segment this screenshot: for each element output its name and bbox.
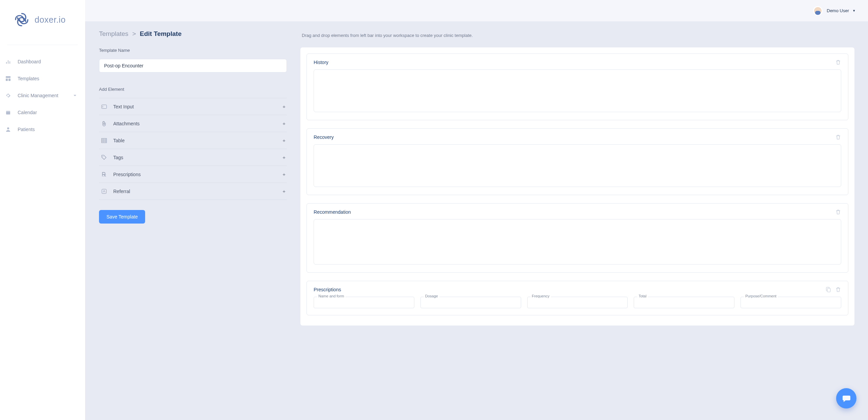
tag-icon	[101, 154, 107, 161]
card-history[interactable]: History	[307, 54, 848, 120]
delete-card-button[interactable]	[835, 59, 841, 65]
svg-rect-8	[102, 138, 107, 143]
card-recovery[interactable]: Recovery	[307, 128, 848, 195]
rx-total-field: Total	[634, 297, 734, 308]
svg-point-5	[7, 127, 9, 129]
topbar: Demo User ▾	[85, 0, 868, 21]
sidebar-divider	[7, 45, 78, 45]
bar-chart-icon	[5, 58, 12, 65]
paperclip-icon	[101, 121, 107, 127]
builder-panel: Templates > Edit Template Template Name …	[85, 30, 300, 420]
canvas[interactable]: History Recovery	[300, 47, 854, 326]
element-label: Referral	[113, 189, 130, 194]
svg-point-13	[103, 156, 103, 156]
rx-dosage-input[interactable]	[420, 297, 521, 308]
user-name[interactable]: Demo User	[827, 8, 849, 13]
element-label: Table	[113, 138, 124, 143]
plus-icon: +	[282, 104, 285, 109]
breadcrumb-sep: >	[132, 30, 136, 37]
card-title: Prescriptions	[314, 287, 341, 292]
sidebar: doxer.io Dashboard Templates Clinic Mana…	[0, 0, 85, 420]
breadcrumb: Templates > Edit Template	[99, 30, 287, 38]
svg-rect-6	[102, 105, 107, 108]
label-template-name: Template Name	[99, 48, 287, 53]
rx-dosage-field: Dosage	[420, 297, 521, 308]
element-prescriptions[interactable]: Prescriptions +	[99, 166, 287, 183]
svg-rect-1	[6, 79, 8, 81]
sidebar-item-label: Calendar	[18, 110, 37, 115]
plus-icon: +	[282, 171, 285, 177]
workspace: Drag and drop elements from left bar int…	[300, 30, 868, 420]
rx-name-input[interactable]	[314, 297, 414, 308]
chevron-down-icon[interactable]: ▾	[853, 8, 855, 13]
logo-icon	[14, 12, 30, 28]
sidebar-item-label: Patients	[18, 127, 35, 132]
plus-icon: +	[282, 154, 285, 160]
rx-total-label: Total	[637, 294, 648, 298]
sidebar-item-calendar[interactable]: Calendar	[0, 104, 85, 121]
brand-name: doxer.io	[35, 15, 66, 25]
brand-logo[interactable]: doxer.io	[0, 12, 85, 28]
element-label: Attachments	[113, 121, 140, 126]
card-title: History	[314, 60, 329, 65]
sidebar-item-clinic-management[interactable]: Clinic Management	[0, 87, 85, 104]
rx-dosage-label: Dosage	[424, 294, 439, 298]
sidebar-item-label: Templates	[18, 76, 39, 81]
element-attachments[interactable]: Attachments +	[99, 115, 287, 132]
calendar-icon	[5, 109, 12, 116]
rx-icon	[101, 171, 107, 177]
recommendation-textarea[interactable]	[314, 219, 841, 265]
delete-card-button[interactable]	[835, 287, 841, 293]
sidebar-item-templates[interactable]: Templates	[0, 70, 85, 87]
plus-icon: +	[282, 188, 285, 194]
plus-icon: +	[282, 138, 285, 143]
plus-icon: +	[282, 121, 285, 126]
main: Demo User ▾ Templates > Edit Template Te…	[85, 0, 868, 420]
svg-rect-16	[827, 288, 830, 292]
chat-icon	[842, 394, 851, 403]
card-title: Recovery	[314, 134, 334, 140]
rx-purpose-input[interactable]	[741, 297, 841, 308]
rx-name-field: Name and form	[314, 297, 414, 308]
workspace-hint: Drag and drop elements from left bar int…	[302, 33, 854, 38]
user-avatar-icon[interactable]	[813, 6, 823, 16]
svg-rect-0	[6, 76, 11, 78]
breadcrumb-parent[interactable]: Templates	[99, 30, 129, 37]
svg-rect-2	[8, 79, 11, 81]
chevron-down-icon	[72, 92, 78, 99]
sidebar-item-label: Clinic Management	[18, 93, 58, 98]
card-title: Recommendation	[314, 209, 351, 215]
element-tags[interactable]: Tags +	[99, 149, 287, 166]
delete-card-button[interactable]	[835, 134, 841, 140]
element-label: Tags	[113, 155, 123, 160]
card-prescriptions[interactable]: Prescriptions Name and form	[307, 281, 848, 315]
element-text-input[interactable]: Text Input +	[99, 98, 287, 115]
user-icon	[5, 126, 12, 133]
referral-icon	[101, 188, 107, 194]
recovery-textarea[interactable]	[314, 144, 841, 187]
template-name-input[interactable]	[99, 59, 287, 72]
templates-icon	[5, 75, 12, 82]
element-table[interactable]: Table +	[99, 132, 287, 149]
element-list: Text Input + Attachments + Table +	[99, 98, 287, 200]
rx-purpose-label: Purpose/Comment	[744, 294, 778, 298]
rx-total-input[interactable]	[634, 297, 734, 308]
rx-frequency-input[interactable]	[527, 297, 628, 308]
table-icon	[101, 138, 107, 144]
rx-name-label: Name and form	[317, 294, 346, 298]
sidebar-item-dashboard[interactable]: Dashboard	[0, 53, 85, 70]
text-input-icon	[101, 104, 107, 110]
sidebar-nav: Dashboard Templates Clinic Management Ca…	[0, 53, 85, 138]
card-recommendation[interactable]: Recommendation	[307, 203, 848, 273]
svg-rect-4	[6, 111, 10, 112]
chat-launcher-button[interactable]	[836, 388, 856, 408]
svg-rect-14	[102, 189, 106, 193]
delete-card-button[interactable]	[835, 209, 841, 215]
sidebar-item-patients[interactable]: Patients	[0, 121, 85, 138]
duplicate-card-button[interactable]	[825, 287, 831, 293]
rx-frequency-field: Frequency	[527, 297, 628, 308]
gear-icon	[5, 92, 12, 99]
history-textarea[interactable]	[314, 69, 841, 112]
save-template-button[interactable]: Save Template	[99, 210, 145, 224]
element-referral[interactable]: Referral +	[99, 183, 287, 200]
